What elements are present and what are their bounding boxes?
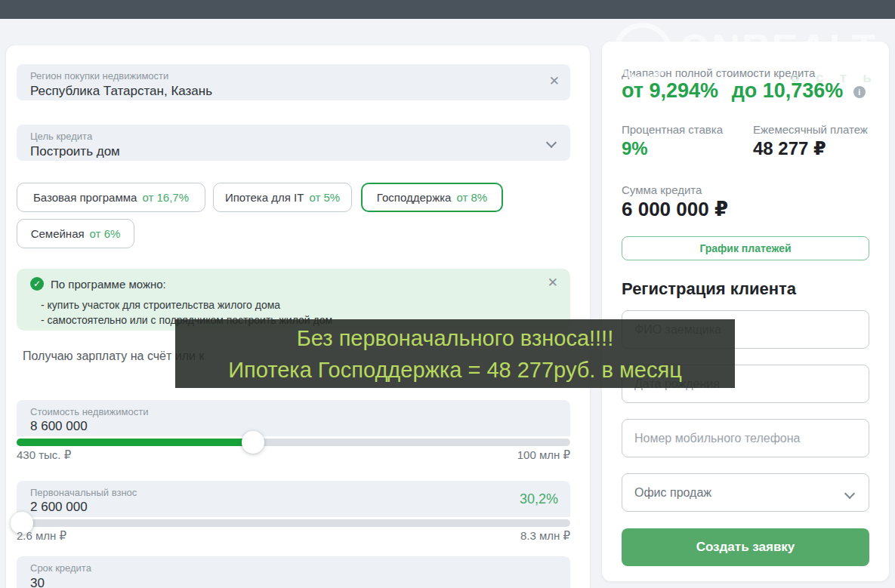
full-cost-range-value: от 9,294% до 10,736% i bbox=[622, 79, 866, 103]
chip-rate: от 5% bbox=[309, 191, 340, 204]
promo-line-1: Без первоначального взноса!!!! bbox=[297, 322, 613, 354]
info-icon[interactable]: i bbox=[853, 86, 866, 98]
chip-label: Ипотека для IT bbox=[225, 191, 304, 204]
property-cost-label: Стоимость недвижимости bbox=[30, 406, 560, 417]
chip-rate: от 6% bbox=[90, 227, 121, 240]
range-max: 8.3 млн ₽ bbox=[520, 529, 570, 543]
chip-label: Господдержка bbox=[377, 191, 452, 204]
range-min: 2.6 млн ₽ bbox=[17, 529, 66, 543]
down-payment-field[interactable]: Первоначальный взнос 2 600 000 30,2% bbox=[17, 481, 570, 517]
sales-office-select[interactable]: Офис продаж bbox=[622, 473, 869, 512]
property-cost-value: 8 600 000 bbox=[30, 419, 560, 434]
region-label: Регион покупки недвижимости bbox=[30, 70, 560, 82]
loan-amount-label: Сумма кредита bbox=[622, 183, 702, 196]
property-cost-range: 430 тыс. ₽ 100 млн ₽ bbox=[17, 448, 570, 462]
region-clear-icon[interactable]: ✕ bbox=[549, 75, 560, 88]
region-value: Республика Татарстан, Казань bbox=[30, 83, 560, 100]
sales-office-label: Офис продаж bbox=[634, 486, 711, 500]
down-payment-percent: 30,2% bbox=[520, 491, 558, 507]
program-chip-family[interactable]: Семейная от 6% bbox=[17, 219, 134, 248]
property-cost-field[interactable]: Стоимость недвижимости 8 600 000 bbox=[17, 400, 570, 436]
mortgage-calculator-card: Регион покупки недвижимости Республика Т… bbox=[6, 45, 590, 588]
full-cost-range-label: Диапазон полной стоимости кредита bbox=[622, 66, 815, 79]
promo-line-2: Ипотека Господдержка = 48 277руб. в меся… bbox=[228, 354, 682, 386]
loan-term-field[interactable]: Срок кредита 30 bbox=[17, 556, 570, 588]
range-to: до 10,736% bbox=[732, 79, 844, 102]
info-item: - купить участок для строительства жилог… bbox=[41, 299, 280, 311]
interest-rate-label: Процентная ставка bbox=[622, 123, 723, 136]
promo-overlay-banner: Без первоначального взноса!!!! Ипотека Г… bbox=[175, 319, 735, 388]
loan-term-value: 30 bbox=[30, 575, 560, 588]
check-icon: ✓ bbox=[30, 277, 44, 291]
down-payment-value: 2 600 000 bbox=[30, 500, 560, 515]
monthly-payment-label: Ежемесячный платеж bbox=[753, 123, 868, 136]
info-title: По программе можно: bbox=[51, 278, 166, 291]
top-browser-bar bbox=[0, 0, 895, 19]
down-payment-range: 2.6 млн ₽ 8.3 млн ₽ bbox=[17, 529, 570, 543]
create-application-button[interactable]: Создать заявку bbox=[622, 528, 869, 566]
monthly-payment-value: 48 277 ₽ bbox=[753, 138, 826, 159]
program-chip-basic[interactable]: Базовая программа от 16,7% bbox=[17, 183, 205, 212]
range-min: 430 тыс. ₽ bbox=[17, 448, 71, 462]
range-max: 100 млн ₽ bbox=[517, 448, 570, 462]
chip-rate: от 16,7% bbox=[142, 191, 189, 204]
phone-number-input[interactable] bbox=[622, 419, 869, 457]
program-chip-it[interactable]: Ипотека для IT от 5% bbox=[213, 183, 352, 212]
loan-amount-value: 6 000 000 ₽ bbox=[622, 198, 728, 221]
down-payment-slider[interactable] bbox=[17, 519, 570, 527]
down-payment-label: Первоначальный взнос bbox=[30, 487, 560, 498]
chip-label: Базовая программа bbox=[33, 191, 137, 204]
payment-schedule-button[interactable]: График платежей bbox=[622, 236, 869, 260]
chip-label: Семейная bbox=[31, 227, 85, 240]
loan-summary-card: Диапазон полной стоимости кредита от 9,2… bbox=[602, 42, 889, 581]
interest-rate-value: 9% bbox=[622, 138, 648, 159]
property-cost-slider[interactable] bbox=[17, 439, 570, 446]
purpose-label: Цель кредита bbox=[30, 131, 560, 142]
info-close-icon[interactable]: ✕ bbox=[548, 276, 558, 289]
registration-title: Регистрация клиента bbox=[622, 279, 796, 299]
chip-rate: от 8% bbox=[456, 191, 487, 204]
purpose-field[interactable]: Цель кредита Построить дом bbox=[17, 125, 570, 161]
loan-term-label: Срок кредита bbox=[30, 562, 560, 574]
chevron-down-icon[interactable] bbox=[844, 488, 855, 499]
purpose-value: Построить дом bbox=[30, 143, 560, 160]
slider-fill bbox=[17, 439, 253, 446]
range-from: от 9,294% bbox=[622, 79, 718, 102]
program-chip-gossupport[interactable]: Господдержка от 8% bbox=[361, 183, 503, 212]
region-field[interactable]: Регион покупки недвижимости Республика Т… bbox=[17, 64, 570, 100]
